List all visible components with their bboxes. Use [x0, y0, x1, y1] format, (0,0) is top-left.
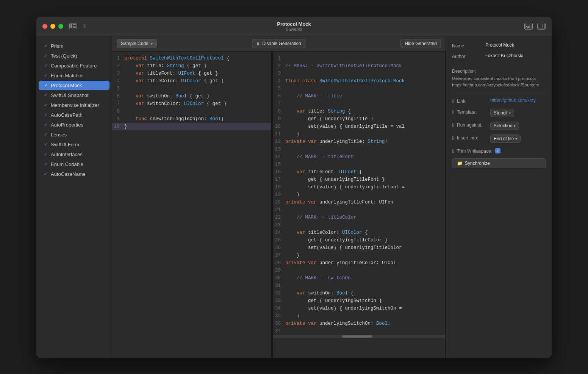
info-icon: ℹ: [452, 110, 454, 115]
sidebar: ✓ Prism ✓ Test (Quick) ✓ Composable Feat…: [36, 36, 112, 358]
template-select[interactable]: Stencil ▾: [490, 109, 514, 117]
close-button[interactable]: [42, 24, 47, 29]
sidebar-item-enum-codable[interactable]: ✓ Enum Codable: [39, 160, 109, 169]
dropdown-arrow-icon: ▾: [151, 42, 153, 46]
code-line: 8 var title: String {: [273, 108, 445, 115]
main-content: ✓ Prism ✓ Test (Quick) ✓ Composable Feat…: [36, 36, 552, 358]
left-code-editor[interactable]: 1 protocol SwitchWithTextCellProtocol { …: [112, 52, 271, 358]
author-row: Author Łukasz Kuczborski: [452, 53, 546, 59]
run-against-value: Selection: [494, 123, 512, 128]
titlebar: + Protocol Mock 0 Events: [36, 17, 552, 36]
disable-generation-button[interactable]: ⏸ Disable Generation: [252, 39, 305, 48]
svg-rect-9: [528, 26, 529, 27]
minimize-button[interactable]: [50, 24, 55, 29]
code-line: 4 final class SwitchWithTextCellProtocol…: [273, 77, 445, 85]
panel-toggle-icon[interactable]: [537, 23, 546, 30]
check-icon: ✓: [44, 83, 48, 88]
sidebar-item-swiftui-snapshot[interactable]: ✓ SwiftUI Snapshot: [39, 91, 109, 100]
disable-generation-label: Disable Generation: [262, 41, 301, 46]
sample-code-label: Sample Code: [121, 41, 149, 46]
pause-icon: ⏸: [256, 42, 260, 46]
code-line: 21: [273, 206, 445, 214]
synchronize-label: Synchronize: [465, 161, 490, 166]
code-line: 14 // MARK: - titleFont: [273, 153, 445, 161]
folder-icon: 📁: [457, 161, 463, 166]
maximize-button[interactable]: [58, 24, 63, 29]
sidebar-item-label: Protocol Mock: [51, 83, 82, 88]
svg-rect-5: [526, 25, 527, 25]
main-window: + Protocol Mock 0 Events: [36, 17, 552, 358]
insert-into-value: End of file: [494, 136, 514, 141]
check-icon: ✓: [44, 92, 48, 98]
sidebar-item-label: Lenses: [51, 132, 67, 138]
svg-rect-2: [73, 26, 76, 27]
svg-rect-3: [73, 27, 76, 28]
sidebar-item-label: SwiftUI Form: [51, 142, 79, 147]
code-line: 35 }: [273, 312, 445, 320]
code-line: 32 var switchOn: Bool {: [273, 289, 445, 297]
sidebar-toggle-icon[interactable]: [69, 23, 77, 29]
hide-generated-button[interactable]: Hide Generated: [400, 39, 441, 48]
svg-rect-6: [528, 25, 529, 25]
svg-rect-8: [526, 26, 527, 27]
info-icon: ℹ: [452, 99, 454, 104]
svg-rect-13: [543, 24, 543, 28]
author-value: Łukasz Kuczborski: [485, 53, 546, 58]
keyboard-icon[interactable]: [524, 23, 533, 30]
code-line: 8: [112, 108, 271, 115]
code-line: 9 get { underlyingTitle }: [273, 115, 445, 123]
link-value[interactable]: https://github.com/krzy: [490, 98, 546, 103]
template-label: Template:: [457, 109, 487, 115]
scrollbar-thumb[interactable]: [342, 335, 372, 338]
add-icon[interactable]: +: [81, 23, 88, 29]
code-line: 2 // MARK: - SwitchWithTextCellProtocolM…: [273, 62, 445, 70]
sidebar-item-prism[interactable]: ✓ Prism: [39, 41, 109, 51]
titlebar-right: [524, 23, 546, 30]
insert-into-label: Insert into:: [457, 135, 487, 141]
svg-rect-1: [73, 24, 76, 25]
code-line: 22 // MARK: - titleColor: [273, 214, 445, 221]
sidebar-item-protocol-mock[interactable]: ✓ Protocol Mock: [39, 81, 109, 90]
link-label: Link:: [457, 98, 487, 104]
traffic-lights: [42, 24, 63, 29]
check-icon: ✓: [44, 43, 48, 49]
code-line: 12 private var underlyingTitle: String!: [273, 138, 445, 146]
trim-whitespace-checkbox[interactable]: ✓: [495, 148, 500, 153]
sidebar-item-composable[interactable]: ✓ Composable Feature: [39, 61, 109, 70]
name-label: Name: [452, 42, 482, 49]
run-against-select[interactable]: Selection ▾: [490, 122, 519, 130]
sidebar-item-swiftui-form[interactable]: ✓ SwiftUI Form: [39, 140, 109, 149]
template-dropdown-arrow-icon: ▾: [509, 111, 511, 115]
code-toolbar: Sample Code ▾ ⏸ Disable Generation Hide …: [112, 36, 446, 52]
sidebar-item-memberwise[interactable]: ✓ Memberwise initializer: [39, 100, 109, 110]
sidebar-item-label: Enum Matcher: [51, 73, 83, 78]
insert-into-select[interactable]: End of file ▾: [490, 135, 521, 143]
sidebar-item-enum-matcher[interactable]: ✓ Enum Matcher: [39, 71, 109, 80]
right-code-editor[interactable]: 1 2 // MARK: - SwitchWithTextCellProtoco…: [273, 52, 446, 358]
sidebar-item-label: SwiftUI Snapshot: [51, 92, 89, 98]
svg-rect-12: [538, 24, 545, 28]
check-icon: ✓: [44, 63, 48, 68]
sidebar-item-lenses[interactable]: ✓ Lenses: [39, 130, 109, 139]
code-line: 29: [273, 267, 445, 274]
sidebar-item-autocase-name[interactable]: ✓ AutoCaseName: [39, 169, 109, 179]
code-line: 2 var title: String { get }: [112, 62, 271, 70]
sidebar-item-autointerfaces[interactable]: ✓ AutoInterfaces: [39, 150, 109, 159]
check-icon: ✓: [44, 53, 48, 58]
svg-rect-11: [527, 27, 530, 28]
sample-code-dropdown[interactable]: Sample Code ▾: [117, 39, 157, 48]
sidebar-item-label: Prism: [51, 43, 63, 49]
sidebar-item-auto-properties[interactable]: ✓ AutoProperties: [39, 120, 109, 130]
check-icon: ✓: [44, 122, 48, 127]
code-line: 7: [273, 100, 445, 108]
divider: [452, 64, 546, 64]
sidebar-item-label: AutoProperties: [51, 122, 83, 128]
sidebar-item-test-quick[interactable]: ✓ Test (Quick): [39, 51, 109, 61]
check-icon: ✓: [44, 102, 48, 108]
synchronize-button[interactable]: 📁 Synchronize: [452, 158, 546, 168]
sidebar-item-autocase-path[interactable]: ✓ AutoCasePath: [39, 110, 109, 120]
code-line: 5: [273, 85, 445, 92]
horizontal-scrollbar[interactable]: [273, 335, 445, 338]
right-panel: Name Protocol Mock Author Łukasz Kuczbor…: [446, 36, 552, 358]
svg-rect-7: [529, 25, 530, 25]
